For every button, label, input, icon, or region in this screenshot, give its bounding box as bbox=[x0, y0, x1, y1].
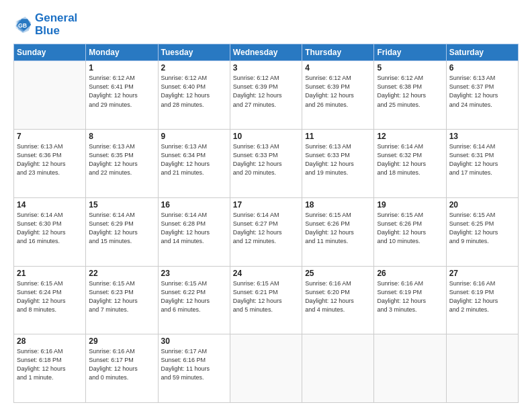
header: GB General Blue bbox=[13, 12, 519, 37]
calendar-cell: 17Sunrise: 6:14 AM Sunset: 6:27 PM Dayli… bbox=[230, 197, 302, 266]
calendar-cell bbox=[446, 334, 518, 403]
day-info: Sunrise: 6:16 AM Sunset: 6:20 PM Dayligh… bbox=[305, 279, 371, 314]
calendar-cell: 22Sunrise: 6:15 AM Sunset: 6:23 PM Dayli… bbox=[86, 266, 158, 334]
day-info: Sunrise: 6:15 AM Sunset: 6:22 PM Dayligh… bbox=[161, 279, 227, 314]
calendar-week-3: 14Sunrise: 6:14 AM Sunset: 6:30 PM Dayli… bbox=[14, 197, 519, 266]
day-info: Sunrise: 6:12 AM Sunset: 6:39 PM Dayligh… bbox=[305, 74, 371, 109]
calendar-cell: 1Sunrise: 6:12 AM Sunset: 6:41 PM Daylig… bbox=[86, 61, 158, 130]
calendar-cell: 14Sunrise: 6:14 AM Sunset: 6:30 PM Dayli… bbox=[14, 197, 86, 266]
day-info: Sunrise: 6:14 AM Sunset: 6:28 PM Dayligh… bbox=[161, 211, 227, 246]
day-info: Sunrise: 6:16 AM Sunset: 6:19 PM Dayligh… bbox=[377, 279, 443, 314]
day-number: 5 bbox=[377, 63, 443, 73]
calendar-week-5: 28Sunrise: 6:16 AM Sunset: 6:18 PM Dayli… bbox=[14, 334, 519, 403]
day-info: Sunrise: 6:13 AM Sunset: 6:37 PM Dayligh… bbox=[449, 74, 515, 109]
day-number: 7 bbox=[17, 132, 83, 141]
day-info: Sunrise: 6:17 AM Sunset: 6:16 PM Dayligh… bbox=[161, 347, 227, 382]
calendar-cell: 13Sunrise: 6:14 AM Sunset: 6:31 PM Dayli… bbox=[446, 130, 518, 198]
calendar-table: SundayMondayTuesdayWednesdayThursdayFrid… bbox=[13, 44, 519, 403]
day-info: Sunrise: 6:13 AM Sunset: 6:36 PM Dayligh… bbox=[17, 142, 83, 177]
calendar-week-2: 7Sunrise: 6:13 AM Sunset: 6:36 PM Daylig… bbox=[14, 130, 519, 198]
day-number: 27 bbox=[449, 269, 515, 278]
day-number: 1 bbox=[89, 63, 154, 73]
day-number: 15 bbox=[89, 200, 154, 210]
day-info: Sunrise: 6:13 AM Sunset: 6:33 PM Dayligh… bbox=[233, 142, 299, 177]
day-number: 13 bbox=[449, 132, 515, 141]
day-info: Sunrise: 6:16 AM Sunset: 6:19 PM Dayligh… bbox=[449, 279, 515, 314]
day-number: 21 bbox=[17, 269, 83, 278]
calendar-cell: 24Sunrise: 6:15 AM Sunset: 6:21 PM Dayli… bbox=[230, 266, 302, 334]
svg-text:GB: GB bbox=[18, 21, 27, 28]
day-info: Sunrise: 6:12 AM Sunset: 6:38 PM Dayligh… bbox=[377, 74, 443, 109]
calendar-cell: 28Sunrise: 6:16 AM Sunset: 6:18 PM Dayli… bbox=[14, 334, 86, 403]
weekday-header-saturday: Saturday bbox=[446, 44, 518, 61]
calendar-cell: 11Sunrise: 6:13 AM Sunset: 6:33 PM Dayli… bbox=[302, 130, 374, 198]
calendar-cell bbox=[374, 334, 446, 403]
calendar-cell: 26Sunrise: 6:16 AM Sunset: 6:19 PM Dayli… bbox=[374, 266, 446, 334]
page: GB General Blue SundayMondayTuesdayWedne… bbox=[0, 0, 532, 411]
calendar-cell: 15Sunrise: 6:14 AM Sunset: 6:29 PM Dayli… bbox=[86, 197, 158, 266]
calendar-cell: 29Sunrise: 6:16 AM Sunset: 6:17 PM Dayli… bbox=[86, 334, 158, 403]
calendar-cell bbox=[302, 334, 374, 403]
calendar-cell: 9Sunrise: 6:13 AM Sunset: 6:34 PM Daylig… bbox=[158, 130, 230, 198]
logo-icon: GB bbox=[13, 15, 32, 34]
calendar-cell: 18Sunrise: 6:15 AM Sunset: 6:26 PM Dayli… bbox=[302, 197, 374, 266]
weekday-header-sunday: Sunday bbox=[14, 44, 86, 61]
day-info: Sunrise: 6:13 AM Sunset: 6:34 PM Dayligh… bbox=[161, 142, 227, 177]
day-number: 29 bbox=[89, 336, 154, 346]
calendar-cell: 27Sunrise: 6:16 AM Sunset: 6:19 PM Dayli… bbox=[446, 266, 518, 334]
calendar-cell: 5Sunrise: 6:12 AM Sunset: 6:38 PM Daylig… bbox=[374, 61, 446, 130]
day-info: Sunrise: 6:15 AM Sunset: 6:23 PM Dayligh… bbox=[89, 279, 154, 314]
calendar-header: SundayMondayTuesdayWednesdayThursdayFrid… bbox=[14, 44, 519, 61]
day-info: Sunrise: 6:14 AM Sunset: 6:27 PM Dayligh… bbox=[233, 211, 299, 246]
weekday-header-thursday: Thursday bbox=[302, 44, 374, 61]
day-number: 26 bbox=[377, 269, 443, 278]
day-number: 18 bbox=[305, 200, 371, 210]
day-number: 25 bbox=[305, 269, 371, 278]
day-info: Sunrise: 6:15 AM Sunset: 6:21 PM Dayligh… bbox=[233, 279, 299, 314]
logo-blue: Blue bbox=[35, 25, 77, 38]
calendar-cell bbox=[230, 334, 302, 403]
calendar-cell: 12Sunrise: 6:14 AM Sunset: 6:32 PM Dayli… bbox=[374, 130, 446, 198]
weekday-header-row: SundayMondayTuesdayWednesdayThursdayFrid… bbox=[14, 44, 519, 61]
weekday-header-friday: Friday bbox=[374, 44, 446, 61]
day-number: 9 bbox=[161, 132, 227, 141]
calendar-cell: 19Sunrise: 6:15 AM Sunset: 6:26 PM Dayli… bbox=[374, 197, 446, 266]
calendar-cell: 8Sunrise: 6:13 AM Sunset: 6:35 PM Daylig… bbox=[86, 130, 158, 198]
day-number: 30 bbox=[161, 336, 227, 346]
day-number: 3 bbox=[233, 63, 299, 73]
day-number: 24 bbox=[233, 269, 299, 278]
day-number: 10 bbox=[233, 132, 299, 141]
calendar-cell: 23Sunrise: 6:15 AM Sunset: 6:22 PM Dayli… bbox=[158, 266, 230, 334]
calendar-cell: 4Sunrise: 6:12 AM Sunset: 6:39 PM Daylig… bbox=[302, 61, 374, 130]
day-info: Sunrise: 6:13 AM Sunset: 6:35 PM Dayligh… bbox=[89, 142, 154, 177]
day-info: Sunrise: 6:16 AM Sunset: 6:17 PM Dayligh… bbox=[89, 347, 154, 382]
day-number: 2 bbox=[161, 63, 227, 73]
calendar-cell: 16Sunrise: 6:14 AM Sunset: 6:28 PM Dayli… bbox=[158, 197, 230, 266]
day-info: Sunrise: 6:12 AM Sunset: 6:39 PM Dayligh… bbox=[233, 74, 299, 109]
calendar-cell: 20Sunrise: 6:15 AM Sunset: 6:25 PM Dayli… bbox=[446, 197, 518, 266]
calendar-cell: 3Sunrise: 6:12 AM Sunset: 6:39 PM Daylig… bbox=[230, 61, 302, 130]
calendar-cell: 10Sunrise: 6:13 AM Sunset: 6:33 PM Dayli… bbox=[230, 130, 302, 198]
day-info: Sunrise: 6:15 AM Sunset: 6:26 PM Dayligh… bbox=[377, 211, 443, 246]
weekday-header-monday: Monday bbox=[86, 44, 158, 61]
calendar-week-1: 1Sunrise: 6:12 AM Sunset: 6:41 PM Daylig… bbox=[14, 61, 519, 130]
day-info: Sunrise: 6:14 AM Sunset: 6:30 PM Dayligh… bbox=[17, 211, 83, 246]
day-number: 12 bbox=[377, 132, 443, 141]
calendar-week-4: 21Sunrise: 6:15 AM Sunset: 6:24 PM Dayli… bbox=[14, 266, 519, 334]
day-info: Sunrise: 6:13 AM Sunset: 6:33 PM Dayligh… bbox=[305, 142, 371, 177]
day-number: 11 bbox=[305, 132, 371, 141]
day-number: 28 bbox=[17, 336, 83, 346]
day-info: Sunrise: 6:14 AM Sunset: 6:31 PM Dayligh… bbox=[449, 142, 515, 177]
logo: GB General Blue bbox=[13, 12, 77, 37]
day-number: 8 bbox=[89, 132, 154, 141]
logo-general: General bbox=[35, 11, 77, 24]
day-info: Sunrise: 6:16 AM Sunset: 6:18 PM Dayligh… bbox=[17, 347, 83, 382]
day-number: 19 bbox=[377, 200, 443, 210]
calendar-body: 1Sunrise: 6:12 AM Sunset: 6:41 PM Daylig… bbox=[14, 61, 519, 403]
day-info: Sunrise: 6:12 AM Sunset: 6:40 PM Dayligh… bbox=[161, 74, 227, 109]
day-number: 14 bbox=[17, 200, 83, 210]
day-number: 6 bbox=[449, 63, 515, 73]
day-number: 4 bbox=[305, 63, 371, 73]
day-number: 16 bbox=[161, 200, 227, 210]
calendar-cell: 25Sunrise: 6:16 AM Sunset: 6:20 PM Dayli… bbox=[302, 266, 374, 334]
